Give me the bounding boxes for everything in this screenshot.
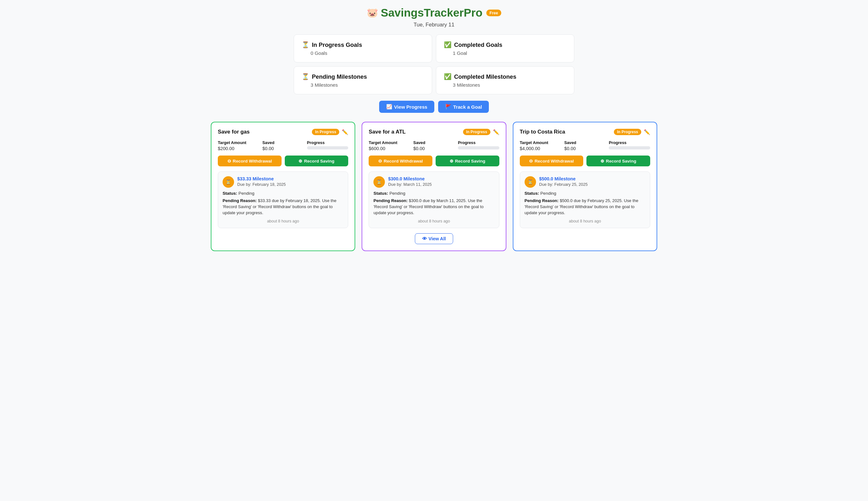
saved-value-1: $0.00 (413, 146, 455, 151)
eye-icon: 👁 (422, 236, 427, 241)
milestone-time-0: about 8 hours ago (223, 219, 343, 223)
stat-title-completed-goals: ✅ Completed Goals (444, 41, 567, 49)
in-progress-badge-2: In Progress (614, 129, 641, 135)
goal-stats-0: Target Amount $200.00 Saved $0.00 Progre… (218, 140, 348, 151)
hourglass-icon: ⏳ (301, 41, 309, 49)
progress-bar-container-2 (609, 146, 650, 149)
record-saving-button-0[interactable]: ⊕ Record Saving (285, 156, 349, 166)
target-value-2: $4,000.00 (520, 146, 561, 151)
goal-actions-0: ⊖ Record Withdrawal ⊕ Record Saving (218, 156, 348, 166)
milestone-reason-0: Pending Reason: $33.33 due by February 1… (223, 198, 343, 216)
edit-icon-1[interactable]: ✏️ (493, 129, 499, 135)
milestone-header-2: ⏳ $500.0 Milestone Due by: February 25, … (525, 176, 645, 188)
milestone-title-1: $300.0 Milestone (388, 176, 432, 181)
stat-subtitle-completed-goals: 1 Goal (453, 50, 567, 56)
milestone-reason-2: Pending Reason: $500.0 due by February 2… (525, 198, 645, 216)
milestone-header-1: ⏳ $300.0 Milestone Due by: March 11, 202… (373, 176, 494, 188)
goal-stats-2: Target Amount $4,000.00 Saved $0.00 Prog… (520, 140, 650, 151)
chart-icon: 📈 (386, 104, 392, 110)
edit-icon-0[interactable]: ✏️ (342, 129, 348, 135)
goal-card-trip-costa-rica: Trip to Costa Rica In Progress ✏️ Target… (513, 122, 657, 251)
milestone-time-1: about 8 hours ago (373, 219, 494, 223)
goal-header-save-for-gas: Save for gas In Progress ✏️ (218, 129, 348, 135)
goals-grid: Save for gas In Progress ✏️ Target Amoun… (211, 122, 657, 251)
goal-header-trip-costa-rica: Trip to Costa Rica In Progress ✏️ (520, 129, 650, 135)
view-progress-button[interactable]: 📈 View Progress (379, 101, 434, 113)
check-circle-icon: ✅ (444, 41, 452, 49)
milestone-card-2: ⏳ $500.0 Milestone Due by: February 25, … (520, 171, 650, 228)
goal-title-trip-costa-rica: Trip to Costa Rica (520, 129, 565, 135)
record-withdrawal-button-2[interactable]: ⊖ Record Withdrawal (520, 156, 584, 166)
progress-bar-container-0 (307, 146, 349, 149)
in-progress-badge-0: In Progress (312, 129, 339, 135)
goal-card-save-for-atl: Save for a ATL In Progress ✏️ Target Amo… (362, 122, 506, 251)
goal-header-save-for-atl: Save for a ATL In Progress ✏️ (369, 129, 499, 135)
milestone-status-0: Status: Pending (223, 191, 343, 196)
milestone-time-2: about 8 hours ago (525, 219, 645, 223)
milestone-due-0: Due by: February 18, 2025 (237, 182, 286, 187)
target-label-0: Target Amount (218, 140, 259, 145)
stat-card-completed-goals: ✅ Completed Goals 1 Goal (436, 34, 574, 63)
progress-label-2: Progress (609, 140, 650, 145)
milestone-icon-2: ⏳ (525, 176, 536, 188)
stat-card-in-progress-goals: ⏳ In Progress Goals 0 Goals (294, 34, 432, 63)
milestone-status-1: Status: Pending (373, 191, 494, 196)
minus-icon-2: ⊖ (529, 158, 533, 163)
view-all-container: 👁 View All (369, 233, 499, 244)
stat-title-completed-milestones: ✅ Completed Milestones (444, 73, 567, 80)
goal-title-save-for-gas: Save for gas (218, 129, 250, 135)
goal-actions-2: ⊖ Record Withdrawal ⊕ Record Saving (520, 156, 650, 166)
target-value-1: $600.00 (369, 146, 410, 151)
check-circle-2-icon: ✅ (444, 73, 452, 80)
progress-label-1: Progress (458, 140, 499, 145)
goal-actions-1: ⊖ Record Withdrawal ⊕ Record Saving (369, 156, 499, 166)
milestone-card-1: ⏳ $300.0 Milestone Due by: March 11, 202… (369, 171, 499, 228)
view-all-button[interactable]: 👁 View All (415, 233, 453, 244)
plus-icon-0: ⊕ (298, 158, 302, 163)
record-saving-button-2[interactable]: ⊕ Record Saving (586, 156, 650, 166)
minus-icon-0: ⊖ (227, 158, 231, 163)
in-progress-badge-1: In Progress (463, 129, 490, 135)
milestone-reason-1: Pending Reason: $300.0 due by March 11, … (373, 198, 494, 216)
stat-card-completed-milestones: ✅ Completed Milestones 3 Milestones (436, 66, 574, 94)
stats-grid: ⏳ In Progress Goals 0 Goals ✅ Completed … (294, 34, 574, 94)
milestone-header-0: ⏳ $33.33 Milestone Due by: February 18, … (223, 176, 343, 188)
track-goal-button[interactable]: 🚩 Track a Goal (438, 101, 489, 113)
milestone-icon-0: ⏳ (223, 176, 234, 188)
page-header: 🐷 SavingsTrackerPro Free Tue, February 1… (7, 7, 861, 28)
action-buttons: 📈 View Progress 🚩 Track a Goal (7, 101, 861, 113)
milestone-status-2: Status: Pending (525, 191, 645, 196)
edit-icon-2[interactable]: ✏️ (644, 129, 650, 135)
goal-title-save-for-atl: Save for a ATL (369, 129, 406, 135)
goal-stats-1: Target Amount $600.00 Saved $0.00 Progre… (369, 140, 499, 151)
stat-title-in-progress-goals: ⏳ In Progress Goals (301, 41, 424, 49)
record-withdrawal-button-1[interactable]: ⊖ Record Withdrawal (369, 156, 432, 166)
milestone-due-2: Due by: February 25, 2025 (539, 182, 588, 187)
milestone-icon-1: ⏳ (373, 176, 385, 188)
plus-icon-2: ⊕ (601, 158, 604, 163)
date-display: Tue, February 11 (7, 22, 861, 28)
target-label-1: Target Amount (369, 140, 410, 145)
progress-label-0: Progress (307, 140, 349, 145)
progress-bar-container-1 (458, 146, 499, 149)
milestone-card-0: ⏳ $33.33 Milestone Due by: February 18, … (218, 171, 348, 228)
goal-card-save-for-gas: Save for gas In Progress ✏️ Target Amoun… (211, 122, 355, 251)
saved-value-0: $0.00 (263, 146, 304, 151)
target-value-0: $200.00 (218, 146, 259, 151)
plus-icon-1: ⊕ (449, 158, 454, 163)
app-title-row: 🐷 SavingsTrackerPro Free (7, 7, 861, 19)
goal-header-right-0: In Progress ✏️ (312, 129, 348, 135)
milestone-title-2: $500.0 Milestone (539, 176, 588, 181)
app-name: SavingsTrackerPro (381, 7, 483, 19)
saved-value-2: $0.00 (564, 146, 605, 151)
piggy-icon: 🐷 (367, 7, 378, 18)
saved-label-2: Saved (564, 140, 605, 145)
record-saving-button-1[interactable]: ⊕ Record Saving (436, 156, 499, 166)
stat-subtitle-completed-milestones: 3 Milestones (453, 82, 567, 88)
record-withdrawal-button-0[interactable]: ⊖ Record Withdrawal (218, 156, 282, 166)
milestone-title-0: $33.33 Milestone (237, 176, 286, 181)
target-label-2: Target Amount (520, 140, 561, 145)
goal-header-right-2: In Progress ✏️ (614, 129, 650, 135)
stat-subtitle-pending-milestones: 3 Milestones (310, 82, 424, 88)
free-badge: Free (486, 10, 501, 16)
